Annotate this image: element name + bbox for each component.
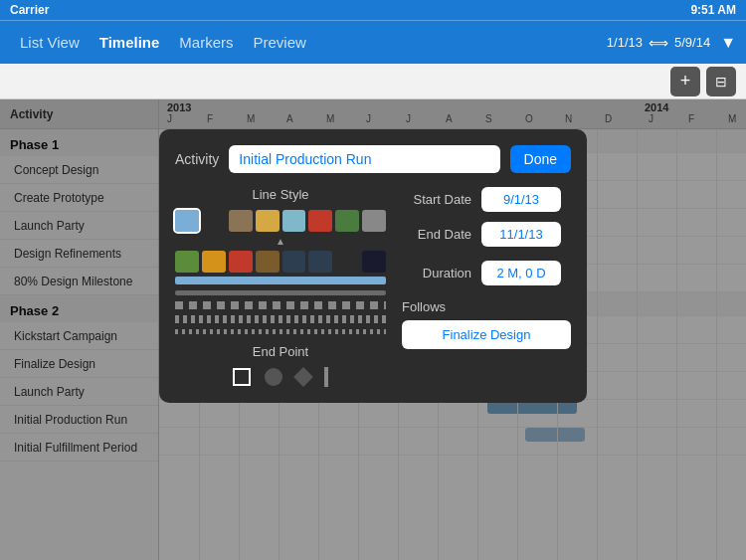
end-date-label: End Date bbox=[402, 227, 471, 242]
line-style-solid-thin[interactable] bbox=[175, 290, 386, 295]
color-swatch-darknavy[interactable] bbox=[362, 251, 386, 273]
main-content: Activity Phase 1 Concept Design Create P… bbox=[0, 99, 746, 560]
duration-value[interactable]: 2 M, 0 D bbox=[481, 261, 561, 285]
color-swatch-dkbrown[interactable] bbox=[256, 251, 280, 273]
color-swatch-orange[interactable] bbox=[202, 251, 226, 273]
nav-preview[interactable]: Preview bbox=[244, 28, 316, 57]
nav-markers[interactable]: Markers bbox=[169, 28, 243, 57]
line-style-dash-large[interactable] bbox=[175, 301, 386, 309]
start-date-value[interactable]: 9/1/13 bbox=[481, 187, 561, 212]
color-swatch-teal[interactable] bbox=[282, 210, 306, 232]
end-date-value[interactable]: 11/1/13 bbox=[481, 222, 561, 247]
line-style-options bbox=[175, 277, 386, 334]
date-end: 5/9/14 bbox=[674, 35, 710, 50]
start-date-row: Start Date 9/1/13 bbox=[402, 187, 571, 212]
start-date-label: Start Date bbox=[402, 192, 471, 207]
color-swatch-blue[interactable] bbox=[175, 210, 199, 232]
endpoint-diamond[interactable] bbox=[293, 367, 313, 387]
endpoint-circle[interactable] bbox=[265, 368, 282, 386]
endpoint-line[interactable] bbox=[324, 367, 328, 387]
nav-bar: List View Timeline Markers Preview 1/1/1… bbox=[0, 20, 746, 64]
toolbar: + ⊟ bbox=[0, 64, 746, 99]
modal-overlay: Activity Done Line Style bbox=[0, 99, 746, 560]
nav-dropdown-icon[interactable]: ▼ bbox=[720, 34, 736, 52]
end-date-row: End Date 11/1/13 bbox=[402, 222, 571, 247]
carrier-label: Carrier bbox=[10, 3, 49, 17]
color-swatch-navy[interactable] bbox=[282, 251, 306, 273]
color-grid-row2 bbox=[175, 251, 386, 273]
modal-left-panel: Line Style ▲ bbox=[175, 187, 386, 387]
status-bar: Carrier 9:51 AM bbox=[0, 0, 746, 20]
nav-timeline[interactable]: Timeline bbox=[90, 28, 170, 57]
done-button[interactable]: Done bbox=[510, 145, 571, 173]
end-point-options bbox=[175, 367, 386, 387]
line-style-dash-medium[interactable] bbox=[175, 315, 386, 323]
nav-date-range: 1/1/13 ⟺ 5/9/14 ▼ bbox=[607, 34, 736, 52]
duration-row: Duration 2 M, 0 D bbox=[402, 261, 571, 285]
add-button[interactable]: + bbox=[670, 67, 700, 96]
nav-list-view[interactable]: List View bbox=[10, 28, 90, 57]
color-swatch-red[interactable] bbox=[308, 210, 332, 232]
follows-label: Follows bbox=[402, 299, 571, 314]
color-swatch-black[interactable] bbox=[202, 210, 226, 232]
end-point-title: End Point bbox=[175, 344, 386, 359]
endpoint-square[interactable] bbox=[233, 368, 251, 386]
modal-right-panel: Start Date 9/1/13 End Date 11/1/13 Durat… bbox=[402, 187, 571, 387]
color-swatch-dkgreen[interactable] bbox=[175, 251, 199, 273]
line-style-dotted[interactable] bbox=[175, 329, 386, 334]
color-swatch-red2[interactable] bbox=[229, 251, 253, 273]
color-grid-row1 bbox=[175, 210, 386, 232]
line-style-title: Line Style bbox=[175, 187, 386, 202]
color-swatch-navy2[interactable] bbox=[308, 251, 332, 273]
activity-input[interactable] bbox=[229, 145, 499, 173]
modal-dialog: Activity Done Line Style bbox=[159, 129, 587, 403]
modal-activity-row: Activity Done bbox=[175, 145, 571, 173]
arrow-up-icon: ▲ bbox=[175, 236, 386, 247]
end-point-section: End Point bbox=[175, 344, 386, 387]
color-swatch-black2[interactable] bbox=[335, 251, 359, 273]
follows-value[interactable]: Finalize Design bbox=[402, 320, 571, 349]
color-swatch-green[interactable] bbox=[335, 210, 359, 232]
activity-label: Activity bbox=[175, 151, 219, 167]
color-swatch-brown[interactable] bbox=[229, 210, 253, 232]
follows-section: Follows Finalize Design bbox=[402, 299, 571, 349]
duration-label: Duration bbox=[402, 266, 471, 280]
time-label: 9:51 AM bbox=[690, 3, 736, 17]
collapse-button[interactable]: ⊟ bbox=[706, 67, 736, 96]
color-swatch-gold[interactable] bbox=[256, 210, 280, 232]
date-separator-icon: ⟺ bbox=[649, 35, 668, 51]
date-start: 1/1/13 bbox=[607, 35, 643, 50]
modal-body: Line Style ▲ bbox=[175, 187, 571, 387]
line-style-solid-thick[interactable] bbox=[175, 277, 386, 284]
color-swatch-gray[interactable] bbox=[362, 210, 386, 232]
